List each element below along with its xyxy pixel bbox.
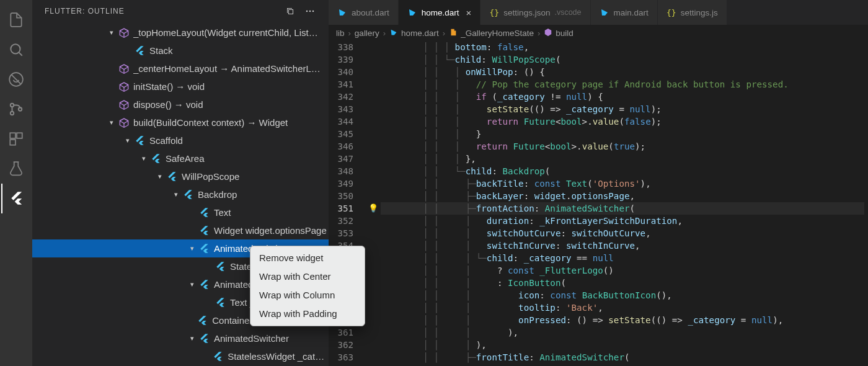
- chevron-icon[interactable]: ▾: [188, 239, 197, 257]
- flutter-widget-icon: [135, 45, 146, 56]
- code-line[interactable]: │ │ │ onWillPop: () {: [381, 66, 868, 78]
- breadcrumb-item[interactable]: lib: [336, 29, 345, 38]
- tab-label: settings.js: [681, 8, 718, 17]
- outline-item[interactable]: dispose() → void: [32, 96, 329, 114]
- code-line[interactable]: │ │ │ setState(() => _category = null);: [381, 103, 868, 115]
- code-line[interactable]: │ │ │ ),: [381, 326, 868, 339]
- chevron-icon[interactable]: ▾: [140, 150, 148, 167]
- outline-item[interactable]: _centerHomeLayout → AnimatedSwitcherL…: [32, 60, 329, 78]
- breadcrumb-item[interactable]: home.dart: [389, 28, 439, 38]
- menu-item[interactable]: Remove widget: [250, 249, 365, 267]
- outline-item[interactable]: Stack: [32, 42, 329, 60]
- glyph-empty: [366, 66, 381, 78]
- code-line[interactable]: │ │ │ },: [381, 153, 868, 165]
- code-line[interactable]: │ │ │ ? const _FlutterLogo(): [381, 264, 868, 277]
- code-line[interactable]: │ │ │ tooltip: 'Back',: [381, 301, 868, 314]
- glyph-empty: [366, 128, 381, 140]
- breadcrumb-label: _GalleryHomeState: [461, 29, 534, 38]
- chevron-icon[interactable]: ▾: [188, 329, 197, 347]
- outline-item[interactable]: Text: [32, 203, 329, 221]
- menu-item[interactable]: Wrap with Column: [250, 286, 365, 305]
- breadcrumb-item[interactable]: _GalleryHomeState: [449, 28, 534, 38]
- code-line[interactable]: │ │ │ bottom: false,: [381, 41, 868, 53]
- menu-item[interactable]: Wrap with Padding: [250, 305, 365, 323]
- code-line[interactable]: │ │ └─child: WillPopScope(: [381, 53, 868, 66]
- code-content[interactable]: │ │ │ bottom: false, │ │ └─child: WillPo…: [381, 41, 868, 366]
- editor-tab[interactable]: {}settings.js: [658, 0, 727, 25]
- editor-tab[interactable]: home.dart×: [399, 0, 481, 25]
- extensions-icon[interactable]: [1, 124, 31, 154]
- code-line[interactable]: │ │ │ icon: const BackButtonIcon(),: [381, 289, 868, 301]
- chevron-icon[interactable]: ▾: [172, 185, 180, 203]
- code-line[interactable]: │ │ │ ),: [381, 339, 868, 351]
- outline-item[interactable]: ▾build(BuildContext context) → Widget: [32, 114, 329, 132]
- code-line[interactable]: │ │ │ return Future<bool>.value(true);: [381, 140, 868, 153]
- outline-item[interactable]: ▾_topHomeLayout(Widget currentChild, Lis…: [32, 24, 329, 42]
- outline-item[interactable]: Widget widget.optionsPage: [32, 221, 329, 239]
- line-number: 363: [329, 351, 353, 364]
- activity-bar: [0, 0, 32, 366]
- search-icon[interactable]: [1, 35, 31, 65]
- outline-item-label: Scaffold: [149, 132, 183, 150]
- code-line[interactable]: │ │ ├─frontAction: AnimatedSwitcher(: [381, 202, 868, 215]
- code-line[interactable]: │ │ │ duration: _kFrontLayerSwitchDurati…: [381, 215, 868, 227]
- line-number: 353: [329, 227, 353, 239]
- breadcrumb-item[interactable]: build: [544, 28, 574, 38]
- editor-tab[interactable]: about.dart: [329, 0, 399, 25]
- chevron-icon[interactable]: ▾: [107, 24, 116, 42]
- flutter-activity-icon[interactable]: [1, 184, 31, 213]
- chevron-icon[interactable]: ▾: [123, 132, 132, 150]
- code-line[interactable]: │ │ ├─backLayer: widget.optionsPage,: [381, 190, 868, 202]
- code-line[interactable]: │ │ │ if (_category != null) {: [381, 91, 868, 103]
- breadcrumbs[interactable]: lib›gallery›home.dart›_GalleryHomeState›…: [329, 25, 868, 41]
- outline-item[interactable]: ▾WillPopScope: [32, 167, 329, 185]
- glyph-empty: [366, 165, 381, 177]
- code-line[interactable]: │ │ │ // Pop the category page if Androi…: [381, 78, 868, 91]
- outline-item[interactable]: ▾Scaffold: [32, 132, 329, 150]
- method-icon: [544, 28, 552, 38]
- editor-tab[interactable]: {}settings.json .vscode: [480, 0, 590, 25]
- code-area[interactable]: 3383393403413423433443453463473483493503…: [329, 41, 868, 366]
- code-line[interactable]: │ │ │ └─child: _category == null: [381, 252, 868, 264]
- flutter-widget-icon: [199, 243, 210, 254]
- outline-item[interactable]: ▾SafeArea: [32, 150, 329, 167]
- source-control-icon[interactable]: [1, 94, 31, 124]
- code-line[interactable]: │ │ │ }: [381, 128, 868, 140]
- svg-point-3: [11, 112, 14, 115]
- breadcrumb-item[interactable]: gallery: [355, 29, 379, 38]
- test-beaker-icon[interactable]: [1, 154, 31, 184]
- outline-item[interactable]: ▾Backdrop: [32, 185, 329, 203]
- chevron-icon[interactable]: ▾: [188, 275, 197, 293]
- outline-item[interactable]: initState() → void: [32, 78, 329, 96]
- explorer-icon[interactable]: [1, 5, 31, 35]
- outline-item[interactable]: StatelessWidget _category != n…: [32, 347, 329, 365]
- code-line[interactable]: │ │ │ return Future<bool>.value(false);: [381, 115, 868, 128]
- code-line[interactable]: │ │ │ switchOutCurve: switchOutCurve,: [381, 227, 868, 239]
- line-number: 345: [329, 128, 353, 140]
- flutter-widget-icon: [135, 135, 146, 146]
- debug-disabled-icon[interactable]: [1, 65, 31, 94]
- lightbulb-icon[interactable]: 💡: [366, 202, 381, 215]
- chevron-icon[interactable]: ▾: [107, 114, 116, 132]
- close-icon[interactable]: ×: [466, 7, 472, 18]
- code-line[interactable]: │ │ ├─backTitle: const Text('Options'),: [381, 177, 868, 190]
- code-line[interactable]: │ │ └─child: Backdrop(: [381, 165, 868, 177]
- more-icon[interactable]: [303, 4, 317, 19]
- glyph-empty: [366, 140, 381, 153]
- glyph-margin: 💡: [366, 41, 381, 366]
- editor-tab[interactable]: main.dart: [591, 0, 658, 25]
- scrollbar[interactable]: [864, 41, 868, 366]
- outline-item[interactable]: ▾AnimatedSwitcher: [32, 329, 329, 347]
- chevron-icon[interactable]: ▾: [156, 167, 164, 185]
- code-line[interactable]: │ │ │ : IconButton(: [381, 277, 868, 289]
- collapse-all-icon[interactable]: [283, 4, 298, 19]
- dart-file-icon: [389, 28, 398, 38]
- code-line[interactable]: │ │ │ onPressed: () => setState(() => _c…: [381, 314, 868, 326]
- menu-item[interactable]: Wrap with Center: [250, 267, 365, 286]
- line-number: 343: [329, 103, 353, 115]
- code-line[interactable]: │ │ │ switchInCurve: switchInCurve,: [381, 239, 868, 252]
- code-line[interactable]: │ │ ├─frontTitle: AnimatedSwitcher(: [381, 351, 868, 364]
- svg-point-10: [312, 11, 314, 12]
- breadcrumb-separator: ›: [348, 29, 351, 38]
- line-number: 348: [329, 165, 353, 177]
